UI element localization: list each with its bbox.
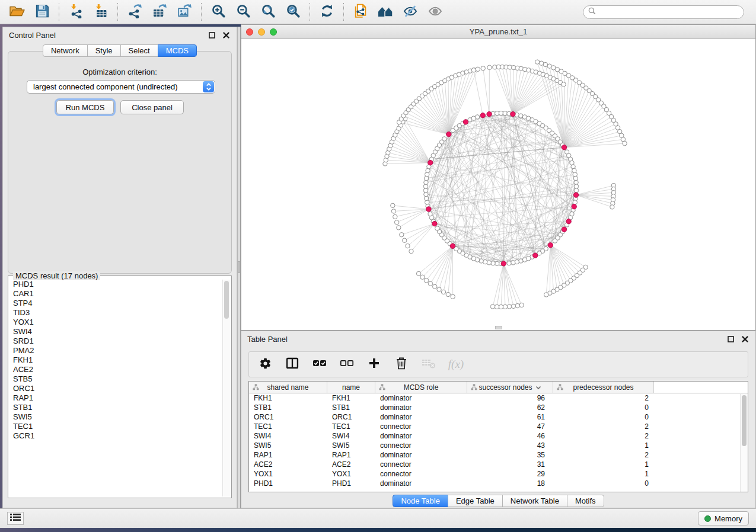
memory-status-icon [704, 515, 711, 522]
horizontal-splitter-grip[interactable] [495, 326, 502, 329]
mcds-result-item[interactable]: PHD1 [9, 280, 222, 289]
import-network-icon [69, 4, 84, 20]
column-label: predecessor nodes [573, 383, 633, 392]
export-network-button[interactable] [123, 2, 146, 22]
select-all-button[interactable] [312, 357, 327, 372]
mcds-result-item[interactable]: YOX1 [9, 318, 222, 327]
tab-network[interactable]: Network [43, 44, 88, 57]
zoom-in-button[interactable] [207, 2, 229, 22]
column-label: successor nodes [479, 383, 532, 392]
mcds-result-item[interactable]: CAR1 [9, 289, 222, 299]
task-history-button[interactable] [7, 512, 24, 525]
column-header-MCDS-role[interactable]: MCDS role [375, 382, 467, 393]
import-table-button[interactable] [90, 2, 112, 22]
save-icon [35, 4, 50, 20]
tab-style[interactable]: Style [87, 44, 121, 57]
mcds-result-item[interactable]: ACE2 [9, 365, 222, 374]
table-cell: YOX1 [249, 470, 327, 478]
float-table-panel-icon[interactable] [726, 334, 735, 344]
scrollbar-thumb[interactable] [224, 281, 229, 319]
refresh-button[interactable] [315, 2, 338, 22]
tab-node-table[interactable]: Node Table [393, 495, 448, 507]
table-row[interactable]: SWI4SWI4dominator462 [249, 431, 748, 441]
mcds-result-group: MCDS result (17 nodes) PHD1CAR1STP4TID3Y… [8, 275, 232, 498]
float-panel-icon[interactable] [207, 30, 216, 40]
split-columns-button[interactable] [285, 357, 300, 372]
table-row[interactable]: YOX1YOX1connector291 [249, 469, 748, 479]
zoom-out-button[interactable] [232, 2, 254, 22]
table-cell: SWI4 [249, 432, 327, 440]
table-cell: 61 [467, 413, 553, 421]
table-row[interactable]: FKH1FKH1dominator962 [249, 393, 748, 403]
table-scrollbar[interactable] [740, 394, 748, 492]
splitter-grip[interactable] [238, 261, 240, 273]
table-panel-header: Table Panel [241, 331, 755, 347]
tab-select[interactable]: Select [120, 44, 158, 57]
export-table-button[interactable] [148, 2, 171, 22]
search-input[interactable] [599, 8, 739, 16]
close-panel-icon[interactable] [221, 30, 231, 40]
mcds-result-item[interactable]: FKH1 [9, 355, 222, 365]
mcds-result-item[interactable]: SWI5 [9, 412, 222, 422]
add-column-button[interactable] [366, 357, 382, 372]
mcds-result-item[interactable]: ORC1 [9, 384, 222, 393]
mcds-result-item[interactable]: PMA2 [9, 346, 222, 355]
search-box[interactable] [583, 5, 744, 19]
document-network-button[interactable] [349, 2, 372, 22]
column-header-successor-nodes[interactable]: successor nodes [467, 382, 553, 393]
mcds-result-scrollbar[interactable] [222, 280, 230, 496]
network-graph[interactable] [241, 39, 755, 330]
optimization-criterion-select[interactable]: largest connected component (undirected) [27, 80, 215, 94]
deselect-all-icon [340, 358, 354, 370]
table-row[interactable]: STB1STB1dominator620 [249, 403, 748, 412]
show-graphics-details-button[interactable] [424, 2, 446, 22]
tab-mcds[interactable]: MCDS [158, 44, 197, 57]
close-table-panel-icon[interactable] [740, 334, 749, 344]
mcds-result-item[interactable]: STP4 [9, 299, 222, 308]
hide-graphics-details-button[interactable] [399, 2, 422, 22]
mcds-result-item[interactable]: GCR1 [9, 431, 222, 441]
export-image-button[interactable] [173, 2, 196, 22]
export-table-icon [152, 4, 167, 20]
table-row[interactable]: ORC1ORC1dominator610 [249, 412, 748, 422]
mcds-result-item[interactable]: SRD1 [9, 336, 222, 346]
deselect-all-button[interactable] [339, 357, 355, 372]
table-cell: STB1 [249, 403, 327, 412]
table-scrollbar-thumb[interactable] [742, 395, 747, 446]
mcds-result-item[interactable]: RAP1 [9, 393, 222, 403]
mcds-result-item[interactable]: STB1 [9, 403, 222, 412]
memory-label: Memory [714, 514, 742, 523]
table-cell: connector [375, 470, 467, 478]
double-house-button[interactable] [374, 2, 397, 22]
table-row[interactable]: PHD1PHD1dominator180 [249, 479, 748, 488]
mcds-result-item[interactable]: TEC1 [9, 422, 222, 431]
table-panel-title: Table Panel [247, 335, 288, 344]
save-button[interactable] [31, 2, 53, 22]
zoom-in-icon [211, 4, 226, 20]
column-header-shared-name[interactable]: shared name [249, 382, 327, 393]
zoom-selected-button[interactable] [282, 2, 304, 22]
import-network-button[interactable] [65, 2, 87, 22]
network-canvas[interactable] [241, 39, 755, 330]
table-row[interactable]: RAP1RAP1dominator352 [249, 450, 748, 460]
table-row[interactable]: SWI5SWI5connector431 [249, 441, 748, 450]
mcds-result-item[interactable]: TID3 [9, 308, 222, 318]
mcds-result-item[interactable]: STB5 [9, 374, 222, 384]
table-cell: FKH1 [249, 394, 327, 402]
add-column-icon [368, 357, 380, 371]
run-mcds-button[interactable]: Run MCDS [56, 100, 114, 114]
zoom-fit-button[interactable] [257, 2, 279, 22]
tab-motifs[interactable]: Motifs [567, 495, 604, 507]
tab-network-table[interactable]: Network Table [502, 495, 567, 507]
column-header-name[interactable]: name [327, 382, 375, 393]
mcds-result-item[interactable]: SWI4 [9, 327, 222, 336]
table-row[interactable]: ACE2ACE2connector311 [249, 460, 748, 469]
delete-column-button[interactable] [394, 357, 409, 372]
column-header-predecessor-nodes[interactable]: predecessor nodes [553, 382, 654, 393]
open-folder-button[interactable] [6, 2, 28, 22]
memory-button[interactable]: Memory [698, 511, 749, 525]
table-mode-gear-button[interactable] [257, 357, 273, 372]
close-panel-button[interactable]: Close panel [120, 100, 184, 114]
table-row[interactable]: TEC1TEC1connector472 [249, 422, 748, 431]
tab-edge-table[interactable]: Edge Table [448, 495, 503, 507]
